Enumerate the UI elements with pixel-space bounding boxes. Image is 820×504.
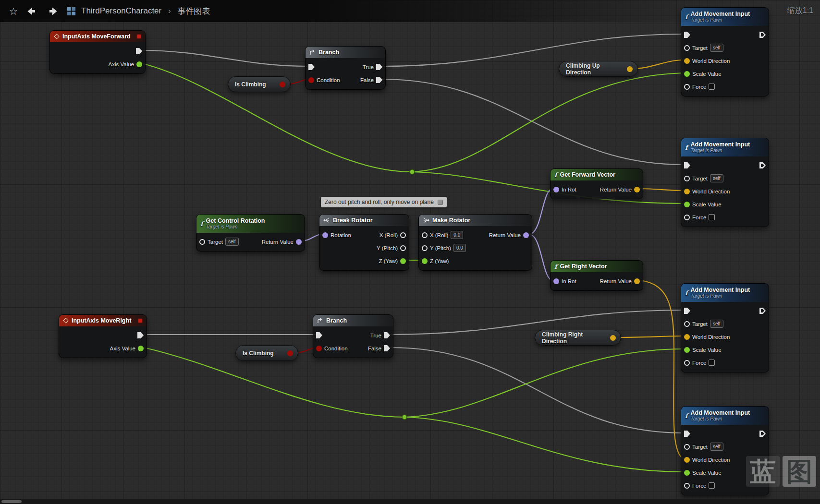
scale-value-pin[interactable]	[684, 347, 690, 353]
axis-value-pin[interactable]	[136, 61, 142, 67]
force-pin[interactable]	[684, 483, 690, 489]
true-exec-pin[interactable]	[384, 332, 390, 338]
node-header: f Get Control Rotation Target is Pawn	[196, 215, 305, 233]
exec-out-pin[interactable]	[759, 162, 766, 168]
rotation-pin[interactable]	[322, 232, 328, 238]
node-branch-1[interactable]: Branch True Condition False	[305, 46, 386, 90]
breadcrumb-separator: ›	[167, 7, 171, 15]
comment-pin-icon[interactable]	[438, 200, 443, 205]
vector-output-pin[interactable]	[610, 335, 616, 341]
node-is-climbing-2[interactable]: Is Climbing	[235, 345, 298, 361]
node-add-movement-input-3[interactable]: f Add Movement Input Target is Pawn Targ…	[681, 283, 769, 372]
node-climbing-right-direction[interactable]: Climbing Right Direction	[535, 330, 621, 346]
exec-out-pin[interactable]	[137, 332, 144, 338]
false-exec-pin[interactable]	[384, 345, 390, 351]
in-rot-pin[interactable]	[553, 278, 559, 284]
pin-label: Target	[692, 444, 708, 450]
target-pin[interactable]	[684, 321, 690, 327]
x-roll-pin[interactable]	[422, 232, 428, 238]
back-button[interactable]	[26, 4, 39, 18]
target-pin[interactable]	[684, 444, 690, 450]
node-branch-2[interactable]: Branch True Condition False	[313, 314, 393, 358]
delegate-pin-icon[interactable]	[138, 318, 143, 323]
exec-in-pin[interactable]	[684, 308, 690, 314]
vector-output-pin[interactable]	[627, 66, 633, 72]
pin-label: Target	[208, 239, 223, 245]
node-is-climbing-1[interactable]: Is Climbing	[228, 76, 291, 92]
return-value-pin[interactable]	[634, 187, 640, 192]
horizontal-scrollbar[interactable]	[0, 499, 820, 504]
return-value-pin[interactable]	[523, 232, 529, 238]
target-value[interactable]: self	[710, 443, 723, 451]
world-direction-pin[interactable]	[684, 58, 690, 64]
breadcrumb-page[interactable]: 事件图表	[178, 6, 210, 17]
delegate-pin-icon[interactable]	[136, 34, 141, 39]
force-checkbox[interactable]	[709, 214, 715, 220]
node-get-forward-vector[interactable]: f Get Forward Vector In Rot Return Value	[550, 168, 643, 199]
scale-value-pin[interactable]	[684, 470, 690, 476]
node-break-rotator[interactable]: Break Rotator Rotation X (Roll) Y (Pitch…	[319, 214, 409, 271]
node-add-movement-input-4[interactable]: f Add Movement Input Target is Pawn Targ…	[681, 406, 769, 495]
bool-output-pin[interactable]	[280, 82, 285, 87]
exec-out-pin[interactable]	[759, 431, 766, 437]
node-inputaxis-moveright[interactable]: InputAxis MoveRight Axis Value	[59, 314, 147, 358]
node-add-movement-input-2[interactable]: f Add Movement Input Target is Pawn Targ…	[681, 138, 769, 227]
target-pin[interactable]	[684, 45, 690, 51]
scale-value-pin[interactable]	[684, 202, 690, 207]
x-roll-pin[interactable]	[400, 232, 406, 238]
node-get-right-vector[interactable]: f Get Right Vector In Rot Return Value	[550, 260, 643, 291]
exec-in-pin[interactable]	[308, 64, 315, 70]
exec-in-pin[interactable]	[316, 332, 322, 338]
node-make-rotator[interactable]: Make Rotator X (Roll)0.0 Return Value Y …	[418, 214, 532, 271]
bool-output-pin[interactable]	[287, 350, 293, 356]
force-checkbox[interactable]	[709, 360, 715, 366]
force-checkbox[interactable]	[709, 84, 715, 90]
exec-in-pin[interactable]	[684, 32, 690, 38]
true-exec-pin[interactable]	[376, 64, 382, 70]
force-pin[interactable]	[684, 360, 690, 366]
exec-out-pin[interactable]	[136, 48, 142, 54]
in-rot-pin[interactable]	[553, 187, 559, 192]
condition-pin[interactable]	[308, 77, 314, 83]
return-value-pin[interactable]	[634, 278, 640, 284]
target-pin[interactable]	[684, 176, 690, 181]
y-pitch-value[interactable]: 0.0	[453, 244, 466, 252]
breadcrumb-root[interactable]: ThirdPersonCharacter	[81, 6, 161, 16]
target-pin[interactable]	[199, 239, 205, 245]
target-value[interactable]: self	[225, 238, 239, 246]
force-checkbox[interactable]	[709, 482, 715, 489]
world-direction-pin[interactable]	[684, 189, 690, 194]
world-direction-pin[interactable]	[684, 334, 690, 340]
y-pitch-pin[interactable]	[422, 245, 428, 251]
exec-out-pin[interactable]	[759, 32, 766, 38]
forward-button[interactable]	[45, 4, 59, 18]
return-value-pin[interactable]	[296, 239, 302, 245]
scrollbar-thumb[interactable]	[1, 500, 22, 503]
condition-pin[interactable]	[316, 346, 322, 351]
exec-in-pin[interactable]	[684, 162, 690, 168]
function-icon: f	[200, 220, 203, 228]
z-yaw-pin[interactable]	[422, 258, 428, 264]
node-climbing-up-direction[interactable]: Climbing Up Direction	[559, 61, 638, 77]
comment-bubble[interactable]: Zero out pitch and roll, only move on pl…	[321, 197, 447, 207]
exec-in-pin[interactable]	[684, 431, 690, 437]
exec-out-pin[interactable]	[759, 308, 766, 314]
node-get-control-rotation[interactable]: f Get Control Rotation Target is Pawn Ta…	[196, 214, 305, 252]
function-icon: f	[554, 263, 557, 270]
force-pin[interactable]	[684, 84, 690, 90]
target-value[interactable]: self	[710, 174, 723, 182]
world-direction-pin[interactable]	[684, 457, 690, 463]
favorite-star-icon[interactable]: ☆	[7, 4, 20, 18]
y-pitch-pin[interactable]	[400, 245, 406, 251]
axis-value-pin[interactable]	[138, 346, 144, 351]
z-yaw-pin[interactable]	[400, 258, 406, 264]
node-inputaxis-moveforward[interactable]: InputAxis MoveForward Axis Value	[49, 30, 146, 74]
node-title: InputAxis MoveRight	[72, 317, 131, 324]
force-pin[interactable]	[684, 215, 690, 220]
target-value[interactable]: self	[710, 320, 723, 328]
x-roll-value[interactable]: 0.0	[451, 231, 463, 239]
false-exec-pin[interactable]	[376, 77, 382, 83]
target-value[interactable]: self	[710, 44, 723, 52]
node-header: Make Rotator	[419, 215, 532, 226]
scale-value-pin[interactable]	[684, 71, 690, 77]
